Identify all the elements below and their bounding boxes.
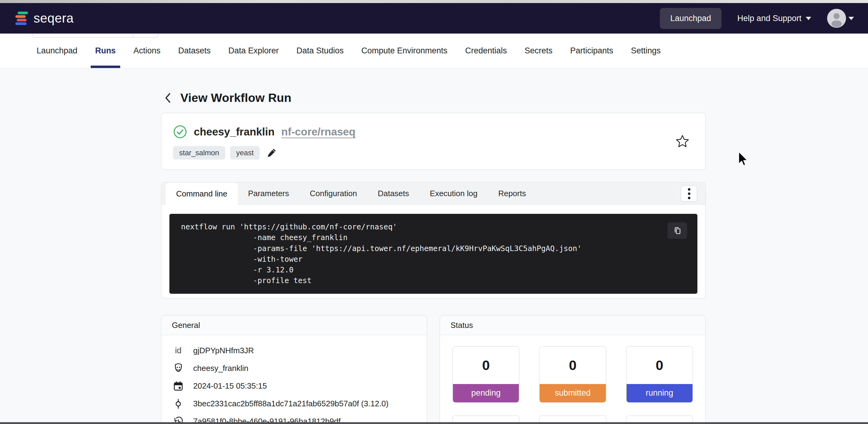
detail-tab-strip: Command line Parameters Configuration Da… [161, 183, 705, 205]
app-window: seqera Launchpad Help and Support [0, 0, 868, 424]
tab-label: Credentials [465, 46, 507, 56]
tab-participants[interactable]: Participants [570, 34, 613, 68]
seqera-logo-icon [14, 10, 29, 27]
stat-count: 0 [453, 347, 519, 384]
command-code-block: nextflow run 'https://github.com/nf-core… [169, 214, 698, 294]
tab-label: Secrets [525, 46, 553, 56]
general-row-run-name: cheesy_franklin [172, 360, 416, 377]
general-row-commit: 3bec2331cac2b5ff88a1dc71a21fab6529b57a0f… [172, 395, 416, 413]
tab-secrets[interactable]: Secrets [525, 34, 553, 68]
tab-compute-environments[interactable]: Compute Environments [361, 34, 447, 68]
stat-label: pending [453, 384, 519, 402]
status-card: Status 0 pending 0 submitted 0 running [439, 315, 706, 424]
run-options-button[interactable] [681, 185, 698, 202]
page-title: View Workflow Run [180, 91, 291, 105]
help-and-support-menu[interactable]: Help and Support [737, 14, 811, 23]
navbar-right: Launchpad Help and Support [660, 8, 854, 29]
status-header: Status [440, 316, 705, 335]
command-line-text: -r 3.12.0 [181, 264, 688, 275]
run-tags-row: star_salmon yeast [173, 146, 693, 160]
masks-icon [172, 363, 185, 374]
chevron-down-icon [848, 17, 854, 20]
copy-command-button[interactable] [668, 222, 687, 239]
stat-card-pending: 0 pending [452, 346, 520, 403]
back-button[interactable] [164, 92, 172, 104]
stat-label: submitted [539, 384, 606, 402]
tab-label: Actions [133, 46, 160, 56]
pipeline-link[interactable]: nf-core/rnaseq [281, 126, 355, 138]
tab-datasets[interactable]: Datasets [368, 183, 420, 204]
tab-label: Data Studios [296, 46, 344, 56]
star-run-button[interactable] [675, 134, 689, 148]
general-row-date: 2024-01-15 05:35:15 [172, 377, 416, 395]
run-title-row: cheesy_franklin nf-core/rnaseq [173, 125, 693, 139]
id-label: id [172, 346, 185, 355]
tab-label: Datasets [178, 46, 211, 56]
stat-label: running [627, 384, 692, 402]
tab-reports[interactable]: Reports [488, 183, 536, 204]
tab-label: Command line [176, 189, 227, 199]
workspace-nav: Launchpad Runs Actions Datasets Data Exp… [0, 34, 868, 69]
edit-labels-button[interactable] [265, 148, 277, 158]
command-line-text: -profile test [181, 275, 688, 286]
tab-label: Reports [498, 189, 526, 198]
run-name: cheesy_franklin [194, 126, 275, 138]
git-commit-icon [172, 399, 185, 409]
copy-icon [673, 226, 682, 235]
tab-label: Participants [570, 46, 613, 56]
tab-credentials[interactable]: Credentials [465, 34, 507, 68]
kebab-menu-icon [688, 188, 690, 191]
brand-home-link[interactable]: seqera [14, 10, 73, 27]
star-icon [675, 134, 689, 148]
window-chrome-strip [0, 0, 868, 3]
top-navbar: seqera Launchpad Help and Support [0, 3, 868, 34]
general-row-id: id gjDPYpNHfm3JR [172, 342, 416, 360]
edit-pencil-icon [267, 148, 277, 158]
tab-data-studios[interactable]: Data Studios [296, 34, 344, 68]
workspace-selector-partial[interactable] [32, 34, 158, 38]
run-id-value: gjDPYpNHfm3JR [193, 346, 254, 355]
chevron-down-icon [806, 17, 811, 20]
tab-label: Settings [631, 46, 661, 56]
tab-label: Launchpad [37, 46, 78, 56]
brand-name: seqera [34, 11, 73, 26]
window-bottom-edge [0, 422, 868, 424]
help-and-support-label: Help and Support [737, 14, 802, 23]
avatar [827, 9, 846, 28]
person-icon [827, 9, 846, 28]
launchpad-button[interactable]: Launchpad [660, 8, 721, 29]
commit-value: 3bec2331cac2b5ff88a1dc71a21fab6529b57a0f… [193, 399, 389, 409]
tab-configuration[interactable]: Configuration [300, 183, 368, 204]
command-line-panel: nextflow run 'https://github.com/nf-core… [161, 205, 705, 298]
command-line-text: -name cheesy_franklin [181, 232, 688, 243]
command-line-text: -with-tower [181, 254, 688, 264]
stat-count: 0 [627, 347, 692, 384]
tab-execution-log[interactable]: Execution log [420, 183, 488, 204]
tab-parameters[interactable]: Parameters [238, 183, 300, 204]
command-line-text: -params-file 'https://api.tower.nf/ephem… [181, 243, 688, 254]
tab-runs[interactable]: Runs [95, 34, 116, 68]
general-card: General id gjDPYpNHfm3JR [161, 315, 427, 424]
general-header: General [161, 316, 427, 335]
tab-settings[interactable]: Settings [631, 34, 661, 68]
tab-label: Runs [95, 46, 116, 56]
tab-label: Configuration [310, 189, 357, 198]
selector-divider [133, 34, 133, 37]
active-tab-underline [91, 66, 121, 68]
tab-label: Compute Environments [361, 46, 447, 56]
tab-label: Execution log [430, 189, 477, 198]
tab-datasets[interactable]: Datasets [178, 34, 211, 68]
back-chevron-icon [164, 92, 172, 104]
run-name-value: cheesy_franklin [193, 364, 248, 373]
page-heading-row: View Workflow Run [164, 91, 868, 105]
status-body: 0 pending 0 submitted 0 running 0 [440, 335, 705, 424]
tab-label: Data Explorer [228, 46, 279, 56]
tab-actions[interactable]: Actions [133, 34, 160, 68]
run-summary-card: cheesy_franklin nf-core/rnaseq star_salm… [161, 112, 706, 170]
tab-command-line[interactable]: Command line [166, 183, 238, 205]
user-menu[interactable] [827, 9, 854, 28]
tab-data-explorer[interactable]: Data Explorer [228, 34, 279, 68]
label-pill: star_salmon [173, 146, 225, 160]
tab-launchpad[interactable]: Launchpad [37, 34, 78, 68]
tab-label: Datasets [378, 189, 409, 198]
